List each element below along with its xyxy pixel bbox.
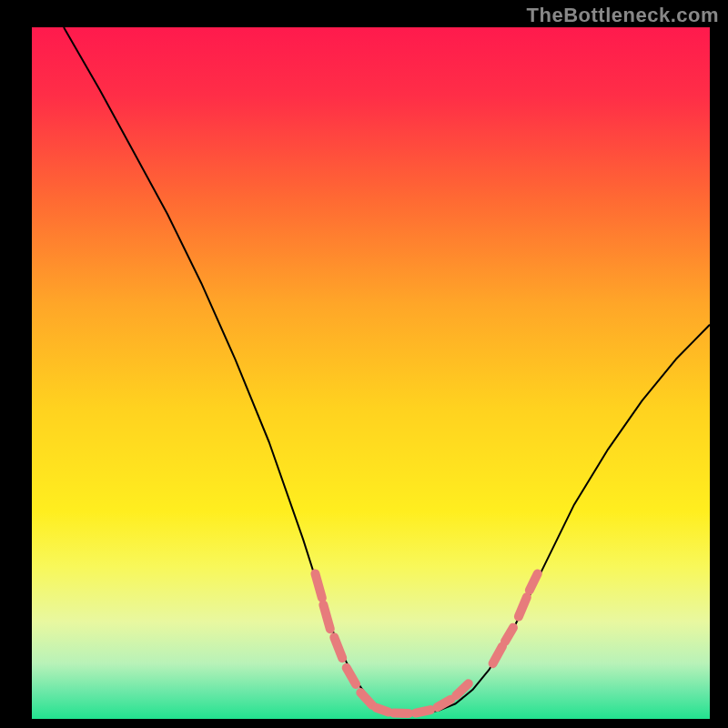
highlight-dash [376, 708, 388, 713]
plot-background [32, 27, 710, 719]
chart-frame: { "watermark": "TheBottleneck.com", "plo… [0, 0, 728, 728]
bottleneck-chart [0, 0, 728, 728]
highlight-dash [416, 710, 430, 713]
watermark-text: TheBottleneck.com [527, 4, 719, 27]
